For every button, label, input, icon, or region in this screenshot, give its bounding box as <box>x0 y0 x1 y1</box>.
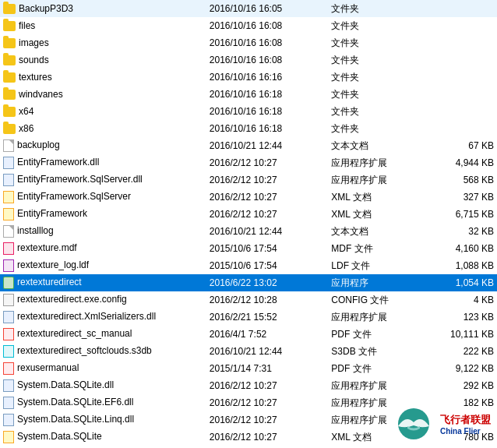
watermark-cn: 飞行者联盟 <box>440 413 491 427</box>
file-type: LDF 文件 <box>328 257 421 274</box>
file-size <box>422 0 497 17</box>
file-name: images <box>19 37 49 48</box>
file-type: 文件夹 <box>328 51 421 69</box>
file-name: System.Data.SQLite.dll <box>17 379 114 390</box>
file-type: XML 文档 <box>328 189 421 206</box>
table-row[interactable]: rextexture_log.ldf2015/10/6 17:54LDF 文件1… <box>0 257 497 274</box>
file-type: 应用程序扩展 <box>328 171 421 189</box>
file-date: 2015/10/6 17:54 <box>206 240 328 257</box>
file-type: PDF 文件 <box>328 326 421 343</box>
table-row[interactable]: System.Data.SQLite.dll2016/2/12 10:27应用程… <box>0 377 497 394</box>
file-type: 文本文档 <box>328 137 421 154</box>
file-size: 1,088 KB <box>422 257 497 274</box>
file-name: rexusermanual <box>17 362 79 373</box>
dll-icon <box>3 397 14 409</box>
file-date: 2016/2/12 10:27 <box>206 154 328 171</box>
file-name: rextexturedirect_sc_manual <box>17 328 132 339</box>
dll-icon <box>3 157 14 169</box>
table-row[interactable]: files2016/10/16 16:08文件夹 <box>0 17 497 34</box>
folder-icon <box>3 72 16 83</box>
table-row[interactable]: EntityFramework.dll2016/2/12 10:27应用程序扩展… <box>0 154 497 171</box>
file-size: 4 KB <box>422 291 497 309</box>
file-date: 2016/10/21 12:44 <box>206 223 328 240</box>
file-date: 2016/2/12 10:27 <box>206 206 328 223</box>
file-date: 2016/10/16 16:16 <box>206 69 328 86</box>
table-row[interactable]: BackupP3D32016/10/16 16:05文件夹 <box>0 0 497 17</box>
file-size: 327 KB <box>422 189 497 206</box>
file-date: 2016/10/16 16:05 <box>206 0 328 17</box>
file-size: 4,944 KB <box>422 154 497 171</box>
dll-icon <box>3 174 14 186</box>
pdf-icon <box>3 328 14 340</box>
watermark-text-group: 飞行者联盟 China Flier <box>440 413 491 436</box>
table-row[interactable]: x862016/10/16 16:18文件夹 <box>0 120 497 137</box>
file-size: 67 KB <box>422 137 497 154</box>
file-date: 2016/2/12 10:27 <box>206 377 328 394</box>
file-type: 文件夹 <box>328 17 421 34</box>
file-icon <box>3 225 14 238</box>
table-row[interactable]: sounds2016/10/16 16:08文件夹 <box>0 51 497 69</box>
file-name: rextexturedirect.exe.config <box>17 294 127 305</box>
file-size: 568 KB <box>422 171 497 189</box>
file-date: 2016/10/16 16:18 <box>206 103 328 120</box>
ldf-icon <box>3 259 14 272</box>
file-size <box>422 120 497 137</box>
table-row[interactable]: rextexturedirect_sc_manual2016/4/1 7:52P… <box>0 326 497 343</box>
file-date: 2016/10/16 16:18 <box>206 86 328 103</box>
table-row[interactable]: images2016/10/16 16:08文件夹 <box>0 34 497 51</box>
file-date: 2016/2/12 10:27 <box>206 171 328 189</box>
file-type: 文件夹 <box>328 103 421 120</box>
s3db-icon <box>3 345 14 358</box>
table-row[interactable]: backuplog2016/10/21 12:44文本文档67 KB <box>0 137 497 154</box>
table-row[interactable]: x642016/10/16 16:18文件夹 <box>0 103 497 120</box>
file-date: 2016/6/22 13:02 <box>206 274 328 291</box>
table-row[interactable]: textures2016/10/16 16:16文件夹 <box>0 69 497 86</box>
file-name: x64 <box>19 106 33 117</box>
table-row[interactable]: EntityFramework.SqlServer2016/2/12 10:27… <box>0 189 497 206</box>
xml-icon <box>3 431 14 443</box>
file-name: rextexture_log.ldf <box>17 259 89 270</box>
file-size <box>422 103 497 120</box>
table-row[interactable]: rextexturedirect.XmlSerializers.dll2016/… <box>0 309 497 326</box>
file-name: rextexturedirect.XmlSerializers.dll <box>17 311 156 322</box>
dll-icon <box>3 414 14 426</box>
file-date: 2016/10/16 16:08 <box>206 34 328 51</box>
table-row[interactable]: EntityFramework2016/2/12 10:27XML 文档6,71… <box>0 206 497 223</box>
file-type: 应用程序扩展 <box>328 309 421 326</box>
file-size <box>422 51 497 69</box>
file-name: backuplog <box>17 139 60 150</box>
file-date: 2016/2/21 15:52 <box>206 309 328 326</box>
table-row[interactable]: rexusermanual2015/1/14 7:31PDF 文件9,122 K… <box>0 360 497 377</box>
file-date: 2015/1/14 7:31 <box>206 360 328 377</box>
table-row[interactable]: rextexture.mdf2015/10/6 17:54MDF 文件4,160… <box>0 240 497 257</box>
table-row[interactable]: rextexturedirect_softclouds.s3db2016/10/… <box>0 343 497 360</box>
mdf-icon <box>3 242 14 255</box>
file-type: 文件夹 <box>328 120 421 137</box>
file-icon <box>3 139 14 152</box>
file-type: 文本文档 <box>328 223 421 240</box>
file-size: 4,160 KB <box>422 240 497 257</box>
table-row[interactable]: rextexturedirect.exe.config2016/2/12 10:… <box>0 291 497 309</box>
file-type: 文件夹 <box>328 34 421 51</box>
file-name: rextexturedirect_softclouds.s3db <box>17 345 152 356</box>
file-size <box>422 69 497 86</box>
file-size: 292 KB <box>422 377 497 394</box>
file-date: 2016/10/16 16:18 <box>206 120 328 137</box>
file-size: 6,715 KB <box>422 206 497 223</box>
file-name: textures <box>19 72 52 83</box>
file-list: BackupP3D32016/10/16 16:05文件夹files2016/1… <box>0 0 497 446</box>
file-type: 文件夹 <box>328 69 421 86</box>
file-name: files <box>19 20 35 31</box>
file-date: 2016/10/16 16:08 <box>206 17 328 34</box>
file-name: x86 <box>19 123 33 134</box>
file-date: 2016/10/21 12:44 <box>206 343 328 360</box>
table-row[interactable]: windvanes2016/10/16 16:18文件夹 <box>0 86 497 103</box>
folder-icon <box>3 90 16 100</box>
table-row[interactable]: installlog2016/10/21 12:44文本文档32 KB <box>0 223 497 240</box>
file-name: windvanes <box>19 89 63 100</box>
file-date: 2016/10/16 16:08 <box>206 51 328 69</box>
table-row[interactable]: EntityFramework.SqlServer.dll2016/2/12 1… <box>0 171 497 189</box>
table-row[interactable]: rextexturedirect2016/6/22 13:02应用程序1,054… <box>0 274 497 291</box>
file-name: System.Data.SQLite <box>17 431 102 442</box>
xml-icon <box>3 208 14 220</box>
